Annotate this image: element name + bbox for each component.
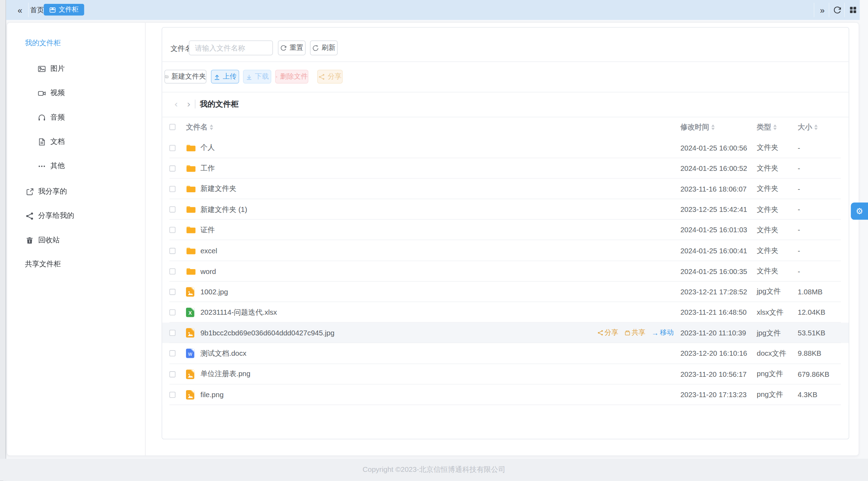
sidebar-item-others[interactable]: 其他	[38, 160, 65, 172]
file-name[interactable]: 单位注册表.png	[200, 364, 250, 385]
file-name[interactable]: 新建文件夹 (1)	[200, 199, 247, 220]
column-header-type[interactable]: 类型	[757, 117, 777, 137]
row-checkbox[interactable]	[170, 309, 175, 315]
table-row[interactable]: 新建文件夹 (1) 分享	[162, 199, 849, 220]
row-checkbox[interactable]	[170, 165, 175, 171]
row-checkbox[interactable]	[170, 371, 175, 377]
select-all-checkbox[interactable]	[170, 124, 175, 130]
table-row[interactable]: 20231114-问题迭代.xlsx 分享	[162, 302, 849, 323]
table-row[interactable]: 工作 分享	[162, 158, 849, 179]
file-type-icon	[186, 349, 194, 358]
divider	[814, 3, 814, 17]
sort-icons[interactable]	[814, 124, 817, 130]
row-hover-actions: 分享 共享 移动	[597, 323, 674, 343]
sidebar-item-my-cabinet[interactable]: 我的文件柜	[25, 38, 61, 49]
file-name[interactable]: 工作	[200, 158, 215, 179]
file-name[interactable]: 20231114-问题迭代.xlsx	[200, 302, 277, 323]
sidebar-item-label: 视频	[51, 88, 65, 98]
column-header-modified[interactable]: 修改时间	[680, 117, 715, 137]
tab-file-cabinet[interactable]: 文件柜	[44, 4, 84, 15]
file-type: 文件夹	[757, 138, 778, 158]
row-checkbox[interactable]	[170, 186, 175, 192]
file-name[interactable]: 证件	[200, 220, 215, 241]
row-checkbox[interactable]	[170, 289, 175, 295]
row-checkbox[interactable]	[170, 268, 175, 274]
file-name[interactable]: 9b1bcc2cbd69e036d604ddd0427c945.jpg	[200, 323, 334, 343]
sidebar-item-audio[interactable]: 音频	[38, 112, 65, 123]
sidebar-item-label: 音频	[51, 112, 65, 122]
apps-grid-icon[interactable]	[845, 0, 860, 20]
share-button[interactable]: 分享	[317, 70, 343, 83]
table-body: 个人 分享	[162, 138, 849, 405]
row-move-action[interactable]: 移动	[651, 328, 674, 338]
sort-icons[interactable]	[210, 124, 213, 130]
delete-files-label: 删除文件	[280, 72, 308, 81]
table-row[interactable]: excel 分享	[162, 240, 849, 261]
file-name[interactable]: word	[200, 261, 216, 282]
table-row[interactable]: 1002.jpg 分享	[162, 281, 849, 302]
table-row[interactable]: 单位注册表.png 分享	[162, 364, 849, 385]
row-checkbox[interactable]	[170, 330, 175, 336]
row-coshare-action[interactable]: 共享	[624, 328, 645, 338]
table-row[interactable]: 新建文件夹 分享	[162, 179, 849, 199]
row-checkbox[interactable]	[170, 350, 175, 356]
table-row[interactable]: 测试文档.docx 分享	[162, 343, 849, 364]
sidebar-item-my-shares[interactable]: 我分享的	[26, 186, 67, 197]
table-row[interactable]: 证件 分享	[162, 220, 849, 241]
file-modified-time: 2023-11-20 11:10:39	[680, 323, 746, 343]
reset-label: 重置	[290, 43, 303, 53]
file-type-icon	[186, 287, 194, 296]
file-name[interactable]: 新建文件夹	[200, 179, 237, 199]
new-folder-button[interactable]: 新建文件夹	[164, 70, 206, 83]
refresh-page-icon[interactable]	[830, 0, 845, 20]
sidebar-item-documents[interactable]: 文档	[38, 136, 65, 147]
settings-fly-tab[interactable]: ⚙	[851, 202, 868, 220]
file-name[interactable]: excel	[200, 240, 217, 261]
file-size: 679.86KB	[798, 364, 829, 385]
file-modified-time: 2023-12-25 15:42:41	[680, 199, 747, 220]
sidebar-item-recycle-bin[interactable]: 回收站	[26, 235, 60, 246]
row-checkbox[interactable]	[170, 227, 175, 233]
delete-files-button[interactable]: 删除文件	[275, 70, 309, 83]
download-button[interactable]: 下载	[243, 70, 271, 83]
row-checkbox[interactable]	[170, 207, 175, 213]
nav-back-arrow[interactable]: ‹	[172, 99, 180, 110]
table-row[interactable]: 9b1bcc2cbd69e036d604ddd0427c945.jpg 分享	[162, 323, 849, 343]
divider	[162, 92, 849, 93]
sidebar-item-videos[interactable]: 视频	[38, 87, 65, 99]
file-name[interactable]: file.png	[200, 385, 224, 405]
arrow-right-icon	[651, 329, 659, 337]
divider	[195, 100, 196, 108]
reset-button[interactable]: 重置	[278, 40, 306, 55]
share-nodes-icon	[26, 212, 34, 220]
table-row[interactable]: word 分享	[162, 261, 849, 282]
file-type-icon	[186, 390, 194, 400]
table-row[interactable]: 个人 分享	[162, 138, 849, 158]
file-type: png文件	[757, 364, 783, 385]
file-name[interactable]: 测试文档.docx	[200, 343, 246, 364]
row-checkbox[interactable]	[170, 248, 175, 254]
table-row[interactable]: file.png 分享	[162, 385, 849, 405]
column-header-filename[interactable]: 文件名	[186, 117, 213, 137]
refresh-button[interactable]: 刷新	[310, 40, 338, 55]
refresh-label: 刷新	[322, 43, 335, 53]
row-checkbox[interactable]	[170, 145, 175, 151]
sidebar-item-shared-with-me[interactable]: 分享给我的	[26, 210, 74, 221]
sidebar-item-pictures[interactable]: 图片	[38, 63, 65, 74]
file-type: 文件夹	[757, 220, 778, 241]
row-share-action[interactable]: 分享	[597, 328, 618, 338]
row-checkbox[interactable]	[170, 392, 175, 398]
sidebar-item-shared-cabinet[interactable]: 共享文件柜	[25, 259, 61, 270]
copyright-text: Copyright ©2023-北京信恒博通科技有限公司	[363, 465, 505, 475]
column-header-size[interactable]: 大小	[798, 117, 818, 137]
nav-forward-arrow[interactable]: ›	[184, 99, 193, 110]
file-name[interactable]: 个人	[200, 138, 215, 158]
filename-search-input[interactable]: 请输入文件名称	[189, 40, 273, 55]
file-name[interactable]: 1002.jpg	[200, 281, 228, 302]
upload-button[interactable]: 上传	[211, 70, 239, 83]
expand-tabs-button[interactable]: »	[815, 0, 830, 20]
file-size: -	[798, 158, 800, 179]
sidebar-item-label: 文档	[51, 137, 65, 147]
sort-icons[interactable]	[773, 124, 776, 130]
sort-icons[interactable]	[711, 124, 715, 130]
